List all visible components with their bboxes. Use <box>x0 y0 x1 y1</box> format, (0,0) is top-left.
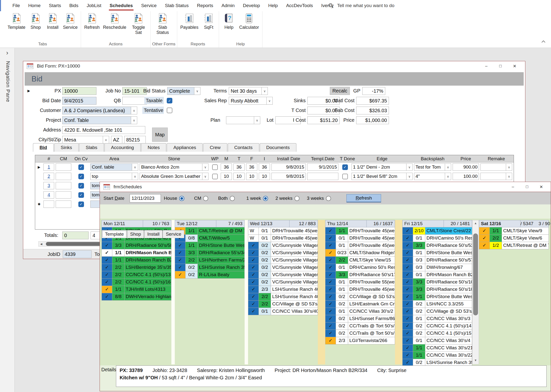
ratio-cell[interactable]: 0/2 <box>336 322 348 330</box>
sqft-button[interactable]: SqFt <box>200 12 217 30</box>
scroll-up-icon[interactable]: ▲ <box>472 220 479 226</box>
ratio-cell[interactable]: 0/2 <box>413 322 425 330</box>
status-check-cell[interactable]: ✓ <box>402 344 413 352</box>
job-name-cell[interactable]: CC/NCC Villas 30's/40 <box>271 308 318 315</box>
num-cell[interactable]: 3 <box>43 182 54 189</box>
job-name-cell[interactable]: DRH/Mason Ranch B2 <box>125 249 171 257</box>
schedules-maximize-button[interactable]: □ <box>520 182 534 192</box>
status-check-cell[interactable]: ✓ <box>175 271 186 279</box>
tdone-checkbox[interactable] <box>342 174 348 179</box>
cm-cell[interactable] <box>56 201 71 208</box>
chevron-down-icon[interactable]: ∨ <box>506 164 512 171</box>
chevron-down-icon[interactable]: ∨ <box>254 117 260 124</box>
ratio-cell[interactable]: 2/2 <box>186 257 198 264</box>
job-name-cell[interactable]: DRH/Radiance 50's/53 <box>425 242 472 249</box>
schedule-row[interactable]: ✓0/1CC/NCC Villas 30's/40 <box>248 308 318 315</box>
job-name-cell[interactable]: CC/NCC Villas 30's/21 <box>425 344 472 352</box>
chevron-down-icon[interactable]: ∨ <box>131 117 137 124</box>
schedule-row[interactable]: ✓0/2LSH/Sunset Farms/86 <box>325 315 395 322</box>
ratio-cell[interactable]: 2/2 <box>112 264 125 271</box>
calculator-button[interactable]: Calculator <box>238 12 261 30</box>
t-cell[interactable]: 36 <box>233 163 245 171</box>
radio-selected[interactable] <box>263 196 268 201</box>
status-check-cell[interactable]: ✓ <box>102 271 112 279</box>
ratio-cell[interactable]: 0/8 <box>186 235 198 242</box>
status-check-cell[interactable]: ✓ <box>102 257 112 264</box>
job-name-cell[interactable]: CC/NCC Villas 30's/2 <box>348 308 395 315</box>
f-cell[interactable]: 10 <box>246 173 257 180</box>
payables-button[interactable]: Payables <box>179 12 200 30</box>
shop-button[interactable]: Shop <box>27 12 44 30</box>
menu-item-schedules[interactable]: Schedules <box>105 0 137 11</box>
status-check-cell[interactable]: ✓ <box>325 308 336 315</box>
schedule-row[interactable]: ✓1/1DRH/Trouvaille 45(wes <box>325 227 395 235</box>
oncv-checkbox[interactable]: ✓ <box>78 201 84 207</box>
job-name-cell[interactable]: LSH/Sunrise Ranch 40' <box>271 293 318 301</box>
job-name-cell[interactable]: CMLT/Skye View/15 <box>348 257 395 264</box>
schedule-row[interactable]: ✓1/1DRH/Mason Ranch B2R <box>102 257 171 264</box>
schedule-row[interactable]: ✓0/2LSH/Sunrise Ranch 35' <box>402 359 472 365</box>
ratio-cell[interactable]: 3/3 <box>186 249 198 257</box>
job-name-cell[interactable]: LSH/Sunrise Ranch 35' <box>425 359 472 365</box>
scope-radio-cm[interactable]: CM <box>194 196 208 201</box>
job-name-cell[interactable]: DRH/Stone Butte West <box>425 293 472 301</box>
bidstatus-combo[interactable]: Complete∨ <box>167 87 200 95</box>
ratio-cell[interactable]: 0/1 <box>413 315 425 322</box>
scope-radio-house[interactable]: House <box>164 196 184 201</box>
ratio-cell[interactable]: 2/2 <box>259 293 271 301</box>
schedule-row[interactable]: ✓1/1CMLT/Retreat @ DM 7 <box>175 227 245 235</box>
job-name-cell[interactable]: CC/NCC Villas 30's/4 <box>425 337 472 344</box>
ratio-cell[interactable]: 1/1 <box>413 293 425 301</box>
schedule-row[interactable]: ✓0/2VC/Sunnyside Village/9 <box>248 249 318 257</box>
radio-unselected[interactable] <box>203 196 208 201</box>
schedule-row[interactable]: ✓0/3DRH/Radiance 50's/57 <box>402 257 472 264</box>
status-check-cell[interactable]: ✓ <box>102 249 112 257</box>
job-name-cell[interactable]: LSH/Sunrise Ranch 40' <box>271 286 318 293</box>
schedule-row[interactable]: ✓0/1DRH/Mason Ranch B2R <box>402 271 472 279</box>
schedule-row[interactable]: ✓1/1DRH/Stone Butte West <box>402 293 472 301</box>
menu-item-accdevtools[interactable]: AccDevTools <box>282 0 317 11</box>
job-name-cell[interactable]: TJH/Infill Lots/4313 <box>125 286 171 293</box>
status-check-cell[interactable]: ✓ <box>248 301 259 308</box>
taxable-checkbox[interactable]: ✓ <box>167 98 172 103</box>
status-check-cell[interactable]: ✓ <box>102 293 112 301</box>
t-cell[interactable]: 10 <box>233 173 245 180</box>
ratio-cell[interactable]: 0/2 <box>259 279 271 286</box>
chevron-down-icon[interactable]: ∨ <box>132 173 138 180</box>
schedule-row[interactable]: ✓3/3DRH/Radiance 50's/10 <box>402 279 472 286</box>
schedule-row[interactable]: ✓1/1DRH/Mason Ranch B2 <box>102 249 171 257</box>
schedules-title-bar[interactable]: frmSchedules – □ ✕ <box>100 182 551 192</box>
ratio-cell[interactable]: 1/1 <box>186 242 198 249</box>
schedule-row[interactable]: ✓0/1DRH/Camino 50's Rese <box>325 264 395 271</box>
ratio-cell[interactable]: 0/2 <box>336 293 348 301</box>
tdone-cell[interactable] <box>340 173 350 180</box>
record-link[interactable]: 1 <box>48 164 50 170</box>
job-name-cell[interactable]: VC/Sunnyside Village/9 <box>271 271 318 279</box>
stone-cell[interactable]: Absolute Green 3cm Leather∨ <box>140 173 208 180</box>
ratio-cell[interactable]: 0/1 <box>413 235 425 242</box>
radio-unselected[interactable] <box>326 196 331 201</box>
status-check-cell[interactable]: ✓ <box>402 330 413 337</box>
job-name-cell[interactable]: CMLT/Stone Crest/22 <box>425 227 472 235</box>
job-name-cell[interactable]: DRH/Mason Ranch B2R <box>125 257 171 264</box>
job-name-cell[interactable]: DRH/Trouvaille 45(wes <box>348 286 395 293</box>
ratio-cell[interactable]: 1/2 <box>490 242 502 249</box>
job-name-cell[interactable]: CC/Village @ SD 53's/1 <box>271 301 318 308</box>
record-link[interactable]: 3 <box>48 183 50 188</box>
schedule-row[interactable]: ✓1/1DRH/Stone Butte West <box>175 242 245 249</box>
cm-cell[interactable] <box>56 191 71 199</box>
schedule-row[interactable]: ✓0/1DRH/Trouvaille 45(wes <box>325 242 395 249</box>
wp-checkbox[interactable] <box>212 164 218 170</box>
chevron-down-icon[interactable]: ∨ <box>194 87 200 95</box>
job-name-cell[interactable]: DRH/Stone Butte West <box>425 249 472 257</box>
chevron-down-icon[interactable]: ∨ <box>506 173 512 180</box>
status-check-cell[interactable]: ✓ <box>402 249 413 257</box>
refresh-button[interactable]: Refresh <box>83 12 101 30</box>
scrollbar-thumb[interactable] <box>473 233 478 315</box>
schedule-row[interactable]: ✓8/8DWH/Verrado Highlan <box>102 293 171 301</box>
job-name-cell[interactable]: CC/NCC Villas 30's/3 <box>425 315 472 322</box>
status-check-cell[interactable]: ✓ <box>325 330 336 337</box>
schedule-row[interactable]: ✓0/1DRH/Trouvaille 45(wes <box>325 235 395 242</box>
ratio-cell[interactable]: 0/2 <box>336 301 348 308</box>
schedule-row[interactable]: W0/1DRH/Trouvaille 45(wes <box>248 227 318 235</box>
